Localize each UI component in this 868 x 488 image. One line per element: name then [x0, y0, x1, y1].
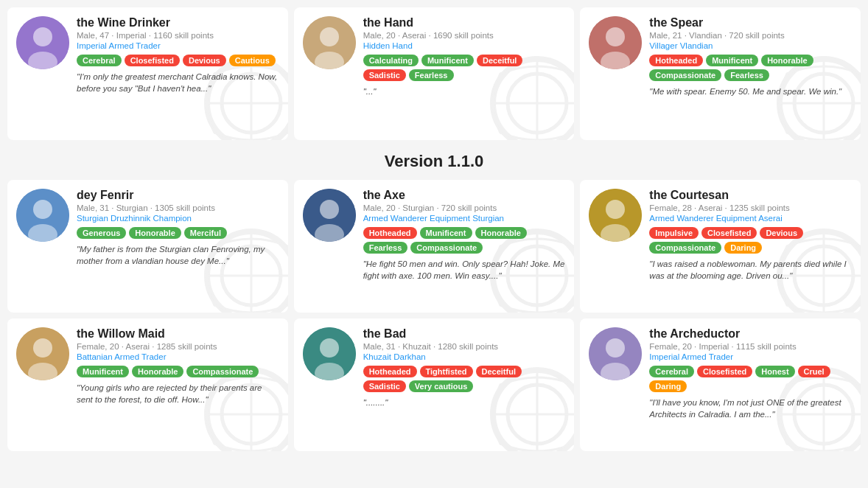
- trait-tag: Honorable: [129, 227, 181, 239]
- trait-tag: Munificent: [421, 55, 474, 66]
- card-grid: the Wine DrinkerMale, 47 · Imperial · 11…: [7, 7, 861, 451]
- svg-point-54: [320, 338, 339, 358]
- trait-tag: Compassionate: [649, 242, 721, 254]
- character-meta: Male, 31 · Sturgian · 1305 skill points: [77, 203, 279, 212]
- trait-tag: Fearless: [724, 69, 769, 81]
- character-role: Sturgian Druzhinnik Champion: [77, 214, 279, 223]
- trait-tags: HotheadedMunificentHonorableCompassionat…: [649, 55, 852, 81]
- card-spear[interactable]: the SpearMale, 21 · Vlandian · 720 skill…: [580, 7, 861, 140]
- version-banner: Version 1.1.0: [7, 146, 861, 174]
- trait-tag: Closefisted: [697, 366, 752, 377]
- trait-tag: Very cautious: [409, 380, 474, 392]
- trait-tag: Munificent: [77, 366, 129, 377]
- trait-tags: ImpulsiveClosefistedDeviousCompassionate…: [649, 227, 852, 254]
- trait-tag: Fearless: [409, 69, 454, 81]
- trait-tags: CerebralClosefistedDeviousCautious: [77, 55, 279, 66]
- trait-tags: CerebralClosefistedHonestCruelDaring: [649, 366, 852, 392]
- card-content: the CourtesanFemale, 28 · Aserai · 1235 …: [649, 189, 852, 304]
- svg-point-5: [33, 27, 52, 46]
- trait-tag: Daring: [724, 242, 762, 254]
- avatar: [303, 189, 356, 242]
- trait-tags: CalculatingMunificentDeceitfulSadisticFe…: [363, 55, 566, 81]
- character-name: the Axe: [363, 189, 566, 202]
- trait-tag: Calculating: [363, 55, 419, 66]
- trait-tag: Sadistic: [363, 69, 406, 81]
- card-hand[interactable]: the HandMale, 20 · Aserai · 1690 skill p…: [294, 7, 575, 140]
- character-meta: Female, 20 · Aserai · 1285 skill points: [77, 342, 279, 351]
- avatar: [16, 189, 69, 242]
- character-quote: "I was raised a noblewoman. My parents d…: [649, 258, 852, 282]
- trait-tag: Cruel: [798, 366, 830, 377]
- trait-tag: Honorable: [475, 227, 527, 239]
- svg-point-12: [320, 27, 339, 46]
- card-dey-fenrir[interactable]: dey FenrirMale, 31 · Sturgian · 1305 ski…: [7, 180, 288, 313]
- character-meta: Male, 20 · Sturgian · 720 skill points: [363, 203, 566, 212]
- character-quote: "He fight 50 men and win. Only spear? Ha…: [363, 258, 566, 282]
- character-meta: Male, 31 · Khuzait · 1280 skill points: [363, 342, 566, 351]
- trait-tag: Deceitful: [477, 55, 522, 66]
- trait-tag: Fearless: [363, 242, 408, 254]
- svg-point-47: [33, 338, 52, 358]
- character-role: Imperial Armed Trader: [77, 41, 279, 50]
- character-meta: Male, 47 · Imperial · 1160 skill points: [77, 31, 279, 40]
- trait-tag: Hotheaded: [649, 55, 703, 66]
- trait-tag: Honorable: [761, 55, 813, 66]
- character-meta: Female, 28 · Aserai · 1235 skill points: [649, 203, 852, 212]
- trait-tag: Generous: [77, 227, 126, 239]
- svg-point-33: [320, 200, 339, 219]
- trait-tag: Hotheaded: [363, 227, 417, 239]
- card-content: the ArcheductorFemale, 20 · Imperial · 1…: [649, 327, 852, 442]
- card-archeductor[interactable]: the ArcheductorFemale, 20 · Imperial · 1…: [580, 318, 861, 451]
- trait-tags: MunificentHonorableCompassionate: [77, 366, 279, 377]
- svg-point-40: [606, 200, 625, 219]
- trait-tags: GenerousHonorableMerciful: [77, 227, 279, 239]
- trait-tags: HotheadedTightfistedDeceitfulSadisticVer…: [363, 366, 566, 392]
- card-content: the Wine DrinkerMale, 47 · Imperial · 11…: [77, 16, 279, 131]
- trait-tags: HotheadedMunificentHonorableFearlessComp…: [363, 227, 566, 254]
- character-name: dey Fenrir: [77, 189, 279, 202]
- card-content: the BadMale, 31 · Khuzait · 1280 skill p…: [363, 327, 566, 442]
- svg-point-26: [33, 200, 52, 219]
- trait-tag: Compassionate: [186, 366, 259, 377]
- svg-point-61: [606, 338, 625, 358]
- character-name: the Willow Maid: [77, 327, 279, 341]
- card-bad[interactable]: the BadMale, 31 · Khuzait · 1280 skill p…: [294, 318, 575, 451]
- trait-tag: Honorable: [132, 366, 183, 377]
- card-courtesan[interactable]: the CourtesanFemale, 28 · Aserai · 1235 …: [580, 180, 861, 313]
- character-quote: "I'll have you know, I'm not just ONE of…: [649, 397, 852, 420]
- avatar: [589, 327, 642, 380]
- avatar: [589, 16, 642, 69]
- trait-tag: Cautious: [229, 55, 276, 66]
- trait-tag: Devious: [183, 55, 226, 66]
- card-axe[interactable]: the AxeMale, 20 · Sturgian · 720 skill p…: [294, 180, 575, 313]
- card-wine-drinker[interactable]: the Wine DrinkerMale, 47 · Imperial · 11…: [7, 7, 288, 140]
- card-content: dey FenrirMale, 31 · Sturgian · 1305 ski…: [77, 189, 279, 304]
- card-willow-maid[interactable]: the Willow MaidFemale, 20 · Aserai · 128…: [7, 318, 288, 451]
- avatar: [303, 327, 356, 380]
- avatar: [16, 327, 69, 380]
- character-meta: Female, 20 · Imperial · 1115 skill point…: [649, 342, 852, 351]
- character-name: the Hand: [363, 16, 566, 29]
- character-quote: "...": [363, 86, 566, 97]
- trait-tag: Closefisted: [701, 227, 757, 239]
- trait-tag: Munificent: [420, 227, 472, 239]
- trait-tag: Deceitful: [476, 366, 522, 377]
- character-name: the Courtesan: [649, 189, 852, 202]
- trait-tag: Compassionate: [649, 69, 721, 81]
- trait-tag: Cerebral: [649, 366, 694, 377]
- trait-tag: Compassionate: [410, 242, 483, 254]
- character-role: Imperial Armed Trader: [649, 352, 852, 361]
- svg-point-19: [606, 27, 625, 46]
- character-quote: "I'm only the greatest merchant Calradia…: [77, 71, 279, 94]
- trait-tag: Hotheaded: [363, 366, 417, 377]
- avatar: [589, 189, 642, 242]
- character-meta: Male, 20 · Aserai · 1690 skill points: [363, 31, 566, 40]
- character-role: Armed Wanderer Equipment Aserai: [649, 214, 852, 223]
- trait-tag: Cerebral: [77, 55, 122, 66]
- card-content: the SpearMale, 21 · Vlandian · 720 skill…: [649, 16, 852, 131]
- character-quote: "Young girls who are rejected by their p…: [77, 382, 279, 405]
- character-meta: Male, 21 · Vlandian · 720 skill points: [649, 31, 852, 40]
- trait-tag: Honest: [755, 366, 794, 377]
- character-role: Hidden Hand: [363, 41, 566, 50]
- avatar: [16, 16, 69, 69]
